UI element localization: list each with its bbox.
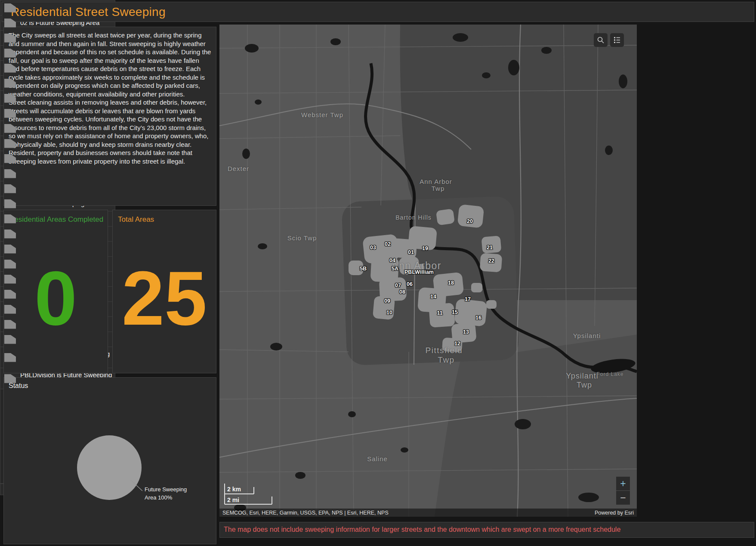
sweeping-area-marker-09: 09 [384,298,390,304]
map-search-button[interactable] [594,33,608,47]
map-place-label: Scio Twp [287,234,317,242]
sweeping-area-marker-12: 12 [454,341,460,347]
sweeping-area-marker-02: 02 [385,241,391,247]
pie-slice-future-sweeping [77,435,142,500]
sweeping-area-marker-22: 22 [488,258,494,264]
sweeping-area-marker-19: 19 [422,245,428,251]
header-panel: Residential Street Sweeping [2,2,754,22]
sweeping-area-marker-21: 21 [487,245,493,251]
sweeping-area-marker-07: 07 [395,282,401,289]
dashboard: Residential Street Sweeping The City swe… [0,0,756,546]
search-icon [597,36,605,44]
powered-by-esri: Powered by Esri [595,510,634,516]
indicator-total-value: 25 [113,258,216,339]
page-title: Residential Street Sweeping [2,2,754,22]
description-paragraph: Street cleaning assists in removing leav… [9,98,211,149]
legend-list-icon [613,36,621,44]
indicator-total: Total Areas 25 [112,210,216,373]
sweeping-area-marker-14: 14 [430,294,436,300]
map-place-label: Barton Hills [395,214,432,221]
map-place-label: Ann Arbor [420,178,452,185]
map-place-label: Dexter [228,165,249,172]
map-place-label: Ypsilanti [573,332,601,339]
description-paragraph: Resident, property and businesses owners… [9,149,211,165]
map-place-label: Ford Lake [596,371,623,377]
status-chart-panel: Status Future Sweeping Area 100% [3,377,216,544]
indicator-total-label: Total Areas [118,215,154,224]
sweeping-area-marker-16: 16 [475,315,481,321]
map-attribution-text: SEMCOG, Esri, HERE, Garmin, USGS, EPA, N… [222,510,389,516]
sweeping-area-marker-17: 17 [465,296,471,302]
sweeping-area-marker-15: 15 [452,309,458,315]
scale-mi-label: 2 mi [227,496,239,503]
scale-km-label: 2 km [227,486,241,493]
map-zoom-control: + − [616,477,630,505]
map-place-label: Saline [367,455,388,462]
map-place-label: Twp [577,381,592,390]
sweeping-area-marker-01: 01 [408,249,414,255]
indicator-completed-label: Residential Areas Completed [9,215,103,224]
map-place-label: Pittsfield [426,346,463,355]
sweeping-area-marker-06: 06 [407,281,413,287]
map-place-label: Ypsilanti [566,372,599,381]
sweeping-area-marker-13: 13 [463,329,469,335]
map-place-label: Twp [432,185,445,192]
map-scalebar: 2 km 2 mi [224,483,280,507]
sweeping-area-marker-11: 11 [437,310,442,316]
sweeping-area-marker-08: 08 [399,289,405,295]
indicator-completed: Residential Areas Completed 0 [3,210,108,373]
polygon-swatch-icon [4,374,16,383]
description-paragraph: The City sweeps all streets at least twi… [9,31,211,98]
map-legend-button[interactable] [610,33,624,47]
zoom-out-button[interactable]: − [616,491,630,505]
sweeping-area-marker-5B: 5B [360,266,367,272]
pie-callout-line2: Area 100% [145,493,172,502]
map-place-label: Twp [438,355,454,365]
zoom-in-button[interactable]: + [616,477,630,490]
indicator-completed-value: 0 [4,258,108,339]
map-notice-text: The map does not include sweeping inform… [219,522,754,538]
sweeping-area-marker-18: 18 [448,280,454,286]
sweeping-area-marker-PBLWilliam: PBLWilliam [404,269,434,275]
sweeping-area-marker-20: 20 [467,218,473,224]
map-attribution-bar: SEMCOG, Esri, HERE, Garmin, USGS, EPA, N… [219,509,637,517]
description-panel: The City sweeps all streets at least twi… [3,27,216,206]
map-place-label: Webster Twp [301,111,343,118]
map[interactable]: Webster TwpDexterScio TwpAnn ArborTwpBar… [219,25,637,517]
sweeping-area-marker-5A: 5A [392,266,398,272]
sweeping-area-marker-03: 03 [370,245,376,251]
sweeping-area-marker-10: 10 [386,310,392,316]
status-pie-chart [4,378,216,544]
sweeping-area-marker-04: 04 [389,257,395,264]
pie-callout-line1: Future Sweeping [145,485,187,493]
